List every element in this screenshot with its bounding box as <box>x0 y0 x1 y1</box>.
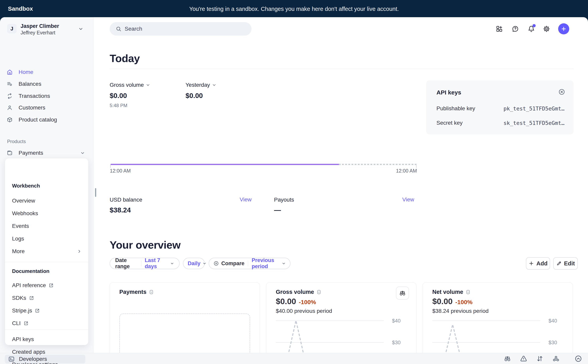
chart-x-label-start: 12:00 AM <box>110 168 131 174</box>
publishable-key-value[interactable]: pk_test_51TFD5eGmt… <box>504 105 564 112</box>
yesterday-selector[interactable]: Yesterday <box>186 82 216 88</box>
today-title: Today <box>110 52 140 65</box>
errors-warning-icon[interactable] <box>520 355 527 362</box>
external-link-icon <box>29 295 34 301</box>
sidebar-resize-handle[interactable] <box>95 188 96 197</box>
customers-icon <box>7 105 15 111</box>
account-name: Jasper Climber <box>20 23 59 29</box>
popup-item-cli[interactable]: CLI <box>7 318 86 328</box>
popup-item-webhooks[interactable]: Webhooks <box>7 208 86 218</box>
webhooks-icon[interactable] <box>552 355 560 362</box>
popup-divider <box>5 262 88 262</box>
close-icon[interactable] <box>558 88 565 95</box>
plus-icon <box>529 261 534 266</box>
home-icon <box>7 69 15 75</box>
card-delta: -100% <box>299 299 316 305</box>
card-title: Net volume <box>432 289 463 295</box>
chart-tick <box>416 165 416 168</box>
sidebar-item-transactions[interactable]: Transactions <box>4 90 89 102</box>
chevron-down-icon <box>212 83 216 87</box>
pencil-icon <box>556 261 562 266</box>
metric-label-text: Gross volume <box>110 82 144 88</box>
developers-popup: Workbench Overview Webhooks Events Logs … <box>5 158 89 345</box>
sidebar-item-label: Customers <box>19 104 45 111</box>
payments-card: Payments <box>110 282 260 359</box>
interval-filter[interactable]: Daily <box>183 258 205 269</box>
popup-item-label: CLI <box>12 320 21 326</box>
date-range-label: Date range <box>115 257 137 270</box>
secret-key-value[interactable]: sk_test_51TFD5eGmt… <box>504 120 564 126</box>
interval-value: Daily <box>188 260 200 266</box>
payouts-view-link[interactable]: View <box>402 196 414 203</box>
sidebar-item-product-catalog[interactable]: Product catalog <box>4 114 89 125</box>
card-previous-period: $40.00 previous period <box>276 308 332 314</box>
card-title: Gross volume <box>276 289 314 295</box>
ytick-label: $30 <box>392 339 408 346</box>
compare-label: Compare <box>221 260 244 266</box>
popup-item-stripe-js[interactable]: Stripe.js <box>7 306 86 316</box>
help-icon[interactable] <box>510 24 520 34</box>
inspector-binoculars-icon[interactable] <box>504 355 511 362</box>
popup-item-api-keys[interactable]: API keys <box>7 334 86 344</box>
popup-item-api-reference[interactable]: API reference <box>7 280 86 290</box>
edit-button[interactable]: Edit <box>553 257 578 270</box>
search-bar[interactable] <box>110 22 252 36</box>
publishable-key-label: Publishable key <box>436 105 475 112</box>
sidebar-item-label: Home <box>19 69 33 75</box>
secret-key-label: Secret key <box>436 120 463 126</box>
avatar: J <box>7 24 17 33</box>
date-range-value: Last 7 days <box>145 257 168 270</box>
sidebar-item-payments[interactable]: Payments <box>4 147 89 159</box>
popup-item-created-apps[interactable]: Created apps <box>7 347 86 357</box>
chevron-down-icon <box>202 261 207 265</box>
usd-balance-label: USD balance <box>110 197 142 203</box>
notifications-bell-icon[interactable] <box>527 24 536 34</box>
account-switcher[interactable]: J Jasper Climber Jeffrey Everhart <box>5 22 89 36</box>
popup-item-developer-settings[interactable]: Developer settings <box>7 360 86 364</box>
settings-gear-icon[interactable] <box>542 24 551 34</box>
gross-volume-time: 5:48 PM <box>110 103 127 108</box>
collapse-panel-icon[interactable] <box>575 355 582 362</box>
card-title: Payments <box>119 289 146 295</box>
gross-volume-selector[interactable]: Gross volume <box>110 82 150 88</box>
sidebar-item-balances[interactable]: Balances <box>4 78 89 90</box>
sandbox-banner: Sandbox You're testing in a sandbox. Cha… <box>0 0 588 17</box>
compare-filter[interactable]: Compare Previous period <box>209 258 291 269</box>
remove-compare-icon[interactable] <box>213 261 219 266</box>
popup-item-events[interactable]: Events <box>7 221 86 231</box>
developers-bottom-bar: Developers <box>0 353 588 364</box>
sidebar-item-label: Payments <box>19 150 43 156</box>
popup-item-sdks[interactable]: SDKs <box>7 293 86 303</box>
usd-balance-view-link[interactable]: View <box>240 196 252 203</box>
info-icon[interactable] <box>316 290 322 295</box>
create-plus-button[interactable] <box>558 23 569 34</box>
popup-item-logs[interactable]: Logs <box>7 234 86 244</box>
api-keys-card: API keys Publishable key pk_test_51TFD5e… <box>426 80 574 134</box>
sidebar-item-label: Balances <box>19 81 41 87</box>
popup-divider <box>5 330 88 330</box>
popup-item-overview[interactable]: Overview <box>7 196 86 206</box>
popup-section-heading: Workbench <box>12 183 40 189</box>
add-button[interactable]: Add <box>526 257 550 270</box>
search-input[interactable] <box>125 26 243 32</box>
popup-section-heading: Documentation <box>12 268 49 274</box>
sidebar-item-home[interactable]: Home <box>4 66 89 78</box>
inspect-binoculars-button[interactable] <box>396 286 409 299</box>
chevron-down-icon <box>282 261 286 265</box>
compare-value: Previous period <box>252 257 280 270</box>
popup-item-more[interactable]: More <box>7 247 86 256</box>
date-range-filter[interactable]: Date range Last 7 days <box>110 258 180 269</box>
notification-dot <box>532 24 536 27</box>
api-requests-arrows-icon[interactable] <box>536 355 543 362</box>
popup-item-label: More <box>12 248 25 254</box>
products-section-label: Products <box>7 139 26 144</box>
apps-grid-icon[interactable] <box>495 24 504 34</box>
metric-label-text: Yesterday <box>186 82 210 88</box>
chevron-down-icon <box>170 261 174 265</box>
chevron-down-icon <box>80 150 85 155</box>
sidebar-item-customers[interactable]: Customers <box>4 102 89 113</box>
info-icon[interactable] <box>465 290 471 295</box>
info-icon[interactable] <box>149 290 154 295</box>
sidebar-item-label: Transactions <box>19 93 50 99</box>
sidebar-item-label: Product catalog <box>19 117 57 123</box>
